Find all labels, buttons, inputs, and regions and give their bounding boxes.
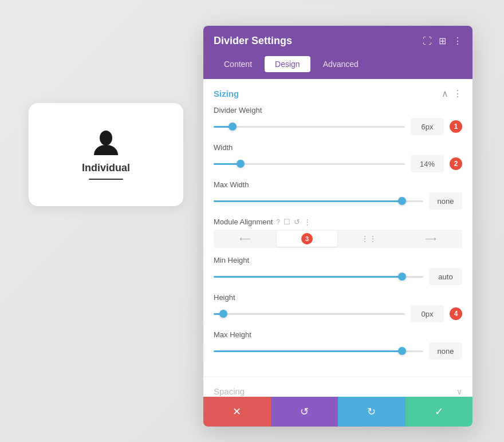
divider-weight-value[interactable]: 6px	[411, 118, 444, 135]
cancel-icon: ✕	[233, 405, 241, 418]
min-height-slider[interactable]	[214, 271, 423, 282]
cancel-button[interactable]: ✕	[203, 397, 271, 427]
card-underline	[89, 179, 123, 180]
more-icon[interactable]: ⋮	[453, 35, 462, 46]
chevron-up-icon[interactable]: ∧	[442, 88, 448, 99]
align-center-btn[interactable]: 3	[277, 231, 337, 247]
tab-design[interactable]: Design	[265, 56, 310, 72]
alignment-more-icon[interactable]: ⋮	[304, 218, 311, 226]
max-width-slider-row: none	[214, 192, 462, 210]
min-height-slider-row: auto	[214, 268, 462, 285]
divider-weight-badge: 1	[450, 120, 462, 133]
height-slider-row: 0px 4	[214, 305, 462, 322]
alignment-responsive-icon[interactable]: ☐	[284, 218, 290, 226]
divider-weight-field: Divider Weight 6px 1	[214, 106, 462, 135]
alignment-area: ⟵ 3 ⋮⋮ ⟶	[214, 230, 462, 248]
alignment-reset-icon[interactable]: ↺	[294, 218, 300, 226]
divider-settings-panel: Divider Settings ⛶ ⊞ ⋮ Content Design Ad…	[203, 26, 472, 427]
fullscreen-icon[interactable]: ⛶	[423, 36, 432, 46]
panel-header: Divider Settings ⛶ ⊞ ⋮	[203, 26, 472, 56]
align-center-badge: 3	[301, 233, 313, 244]
spacing-section[interactable]: Spacing ∨	[203, 377, 472, 397]
sizing-header-icons: ∧ ⋮	[442, 88, 462, 99]
height-label: Height	[214, 293, 462, 302]
align-left-btn[interactable]: ⟵	[215, 231, 275, 247]
height-badge: 4	[450, 307, 462, 320]
panel-title: Divider Settings	[214, 35, 292, 47]
width-slider-row: 14% 2	[214, 155, 462, 172]
alignment-help-icon[interactable]: ?	[276, 218, 280, 226]
bottom-toolbar: ✕ ↺ ↻ ✓	[203, 397, 472, 427]
sizing-title: Sizing	[214, 89, 239, 98]
sizing-section: Sizing ∧ ⋮ Divider Weight	[203, 79, 472, 377]
undo-button[interactable]: ↺	[271, 397, 338, 427]
individual-card: Individual	[29, 103, 183, 206]
card-label: Individual	[82, 162, 130, 174]
panel-body: Sizing ∧ ⋮ Divider Weight	[203, 79, 472, 397]
tab-advanced[interactable]: Advanced	[313, 56, 369, 72]
sizing-more-icon[interactable]: ⋮	[453, 88, 462, 99]
person-icon	[92, 130, 120, 157]
height-field: Height 0px 4	[214, 293, 462, 322]
redo-button[interactable]: ↻	[338, 397, 405, 427]
width-value[interactable]: 14%	[411, 155, 444, 172]
width-label: Width	[214, 143, 462, 152]
height-value[interactable]: 0px	[411, 305, 444, 322]
alignment-buttons: ⟵ 3 ⋮⋮ ⟶	[214, 230, 462, 248]
min-height-value[interactable]: auto	[429, 268, 462, 285]
width-field: Width 14% 2	[214, 143, 462, 172]
align-justify-btn[interactable]: ⋮⋮	[338, 231, 399, 247]
min-height-field: Min Height auto	[214, 256, 462, 285]
divider-weight-slider[interactable]	[214, 121, 405, 132]
max-width-slider[interactable]	[214, 195, 423, 207]
redo-icon: ↻	[367, 405, 376, 418]
max-width-value[interactable]: none	[429, 192, 462, 210]
svg-point-0	[100, 131, 112, 145]
spacing-title: Spacing	[214, 386, 245, 396]
width-badge: 2	[450, 157, 462, 170]
align-right-btn[interactable]: ⟶	[400, 231, 461, 247]
save-button[interactable]: ✓	[405, 397, 473, 427]
layout-icon[interactable]: ⊞	[439, 35, 446, 46]
tab-bar: Content Design Advanced	[203, 56, 472, 79]
undo-icon: ↺	[300, 405, 309, 418]
max-height-slider-row: none	[214, 342, 462, 360]
max-height-value[interactable]: none	[429, 342, 462, 360]
sizing-header: Sizing ∧ ⋮	[203, 79, 472, 104]
max-width-label: Max Width	[214, 180, 462, 189]
header-icons: ⛶ ⊞ ⋮	[423, 35, 462, 46]
spacing-chevron-down-icon: ∨	[456, 387, 462, 396]
width-slider[interactable]	[214, 158, 405, 169]
max-height-slider[interactable]	[214, 345, 423, 357]
save-icon: ✓	[435, 405, 443, 418]
tab-content[interactable]: Content	[214, 56, 262, 72]
max-height-label: Max Height	[214, 330, 462, 339]
max-height-field: Max Height none	[214, 330, 462, 360]
min-height-label: Min Height	[214, 256, 462, 265]
height-slider[interactable]	[214, 308, 405, 319]
sizing-content: Divider Weight 6px 1	[203, 104, 472, 377]
max-width-field: Max Width none	[214, 180, 462, 210]
divider-weight-slider-row: 6px 1	[214, 118, 462, 135]
divider-weight-label: Divider Weight	[214, 106, 462, 115]
module-alignment-field: Module Alignment ? ☐ ↺ ⋮ ⟵ 3 ⋮⋮	[214, 218, 462, 248]
module-alignment-label: Module Alignment ? ☐ ↺ ⋮	[214, 218, 462, 226]
